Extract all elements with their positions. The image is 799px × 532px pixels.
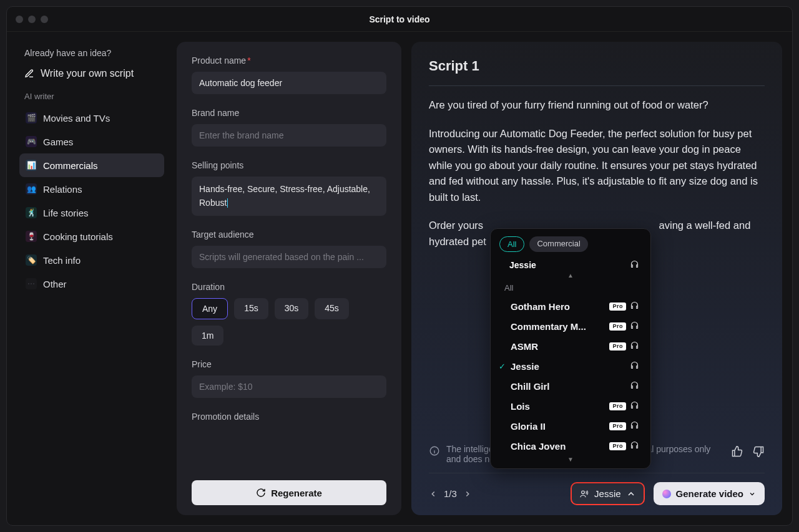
category-icon: 👥: [26, 183, 37, 195]
headphones-icon[interactable]: [630, 440, 639, 452]
form-panel: Product name* Brand name Selling points …: [177, 42, 401, 515]
selling-points-label: Selling points: [192, 160, 386, 170]
pro-badge: Pro: [609, 302, 626, 311]
headphones-icon[interactable]: [630, 380, 639, 392]
category-icon: 🎬: [26, 112, 37, 123]
headphones-icon[interactable]: [630, 341, 639, 352]
headphones-icon[interactable]: [630, 321, 639, 332]
generate-video-button[interactable]: Generate video: [654, 482, 765, 505]
price-label: Price: [192, 359, 386, 369]
chevron-up-icon: [626, 489, 636, 499]
next-icon[interactable]: [463, 490, 472, 498]
refresh-icon: [256, 488, 266, 498]
sidebar-item-cooking-tutorials[interactable]: 🍷Cooking tutorials: [19, 225, 164, 248]
divider: [429, 85, 765, 86]
headphones-icon[interactable]: [630, 400, 639, 412]
thumbs-down-icon[interactable]: [752, 445, 765, 458]
voice-name: Chica Joven: [511, 441, 605, 452]
duration-chip-30s[interactable]: 30s: [275, 298, 309, 319]
generate-video-label: Generate video: [676, 488, 743, 499]
voice-option[interactable]: ASMR Pro: [491, 336, 650, 356]
promotion-details-label: Promotion details: [192, 412, 386, 422]
voice-current-row: Jessie: [491, 257, 650, 272]
voice-list: Gotham Hero Pro Commentary M... Pro ASMR…: [491, 296, 650, 456]
category-label: Commercials: [43, 160, 98, 171]
script-paragraph: Introducing our Automatic Dog Feeder, th…: [429, 126, 765, 206]
brand-name-input[interactable]: [192, 124, 386, 147]
pro-badge: Pro: [609, 402, 626, 410]
pencil-icon: [24, 69, 34, 79]
window-title: Script to video: [7, 14, 792, 24]
sidebar-item-games[interactable]: 🎮Games: [19, 130, 164, 153]
write-own-label: Write your own script: [41, 68, 134, 79]
scroll-down-icon[interactable]: ▼: [491, 456, 650, 465]
pro-badge: Pro: [609, 422, 626, 430]
script-footer: 1/3 Jessie Generate video: [429, 473, 765, 505]
script-panel: Script 1 Are you tired of your furry fri…: [411, 42, 782, 515]
pro-badge: Pro: [609, 442, 626, 450]
sidebar-item-life-stories[interactable]: 🕺Life stories: [19, 201, 164, 225]
chevron-down-icon: [748, 490, 756, 498]
voice-option[interactable]: Chica Joven Pro: [491, 436, 650, 456]
write-own-script[interactable]: Write your own script: [19, 64, 164, 83]
info-icon: [429, 445, 440, 457]
headphones-icon[interactable]: [630, 420, 639, 432]
voice-option[interactable]: ✓ Jessie: [491, 356, 650, 376]
category-label: Life stories: [43, 208, 89, 218]
category-icon: 📊: [26, 160, 37, 171]
voice-current-label: Jessie: [594, 488, 621, 499]
category-list: 🎬Movies and TVs🎮Games📊Commercials👥Relati…: [19, 106, 164, 296]
target-audience-input[interactable]: [192, 246, 386, 268]
regenerate-button[interactable]: Regenerate: [192, 480, 386, 505]
scroll-up-icon[interactable]: ▲: [491, 272, 650, 281]
duration-chip-any[interactable]: Any: [192, 298, 228, 319]
duration-chip-45s[interactable]: 45s: [315, 298, 349, 319]
thumbs-up-icon[interactable]: [731, 445, 743, 458]
voice-icon: [579, 489, 589, 499]
category-label: Tech info: [43, 255, 81, 266]
headphones-icon[interactable]: [630, 259, 639, 271]
voice-select-button[interactable]: Jessie: [571, 482, 645, 505]
duration-chip-15s[interactable]: 15s: [234, 298, 268, 319]
sidebar-item-commercials[interactable]: 📊Commercials: [19, 153, 164, 177]
content-area: Already have an idea? Write your own scr…: [7, 32, 792, 525]
duration-chip-1m[interactable]: 1m: [192, 326, 223, 346]
category-label: Movies and TVs: [43, 113, 110, 123]
app-window: Script to video Already have an idea? Wr…: [6, 6, 793, 526]
voice-popup: All Commercial Jessie ▲ All Gotham Hero …: [490, 228, 651, 469]
script-paragraph: Are you tired of your furry friend runni…: [429, 97, 765, 114]
headphones-icon[interactable]: [630, 360, 639, 372]
brand-name-label: Brand name: [192, 108, 386, 118]
voice-name: Jessie: [511, 361, 626, 372]
sidebar-item-movies-and-tvs[interactable]: 🎬Movies and TVs: [19, 106, 164, 130]
voice-option[interactable]: Gloria II Pro: [491, 416, 650, 436]
voice-option[interactable]: Gotham Hero Pro: [491, 296, 650, 316]
voice-option[interactable]: Commentary M... Pro: [491, 316, 650, 336]
prev-icon[interactable]: [429, 490, 438, 498]
voice-group-label: All: [491, 281, 650, 296]
headphones-icon[interactable]: [630, 301, 639, 312]
voice-option[interactable]: Lois Pro: [491, 396, 650, 416]
category-label: Cooking tutorials: [43, 231, 113, 242]
sidebar-item-tech-info[interactable]: 🏷️Tech info: [19, 248, 164, 272]
voice-tab-all[interactable]: All: [499, 236, 524, 252]
voice-option[interactable]: Chill Girl: [491, 376, 650, 396]
category-icon: ⋯: [26, 278, 37, 289]
voice-name: Lois: [511, 401, 605, 412]
sidebar-item-relations[interactable]: 👥Relations: [19, 177, 164, 201]
selling-points-input[interactable]: Hands-free, Secure, Stress-free, Adjusta…: [192, 177, 386, 216]
page-indicator: 1/3: [444, 488, 457, 499]
pro-badge: Pro: [609, 342, 626, 351]
product-name-input[interactable]: [192, 72, 386, 94]
product-name-label: Product name*: [192, 56, 386, 65]
price-input[interactable]: [192, 375, 386, 398]
voice-tabs: All Commercial: [491, 236, 650, 257]
category-icon: 🍷: [26, 231, 37, 242]
voice-name: Gotham Hero: [511, 301, 605, 312]
sidebar-item-other[interactable]: ⋯Other: [19, 272, 164, 296]
voice-name: Gloria II: [511, 421, 605, 432]
voice-name: Commentary M...: [511, 321, 605, 332]
script-pager: 1/3: [429, 488, 472, 499]
voice-tab-commercial[interactable]: Commercial: [529, 236, 587, 252]
sidebar-heading: Already have an idea?: [24, 48, 159, 58]
